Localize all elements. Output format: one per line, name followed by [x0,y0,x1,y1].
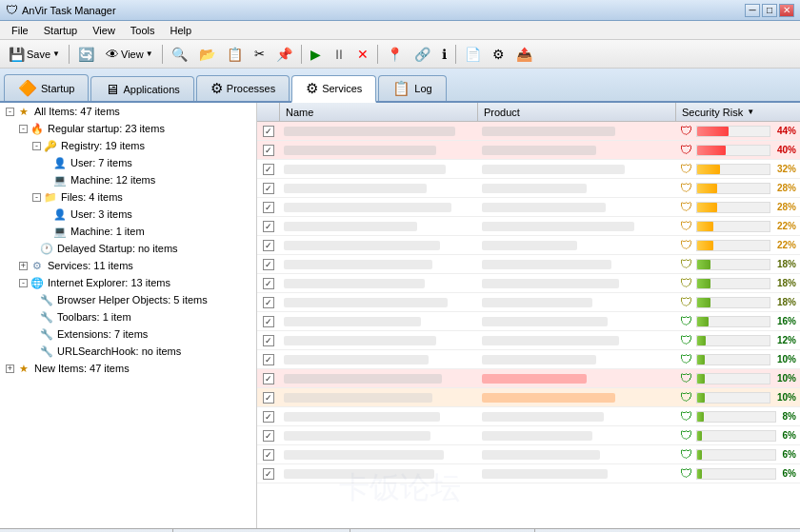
checkbox[interactable] [263,392,274,404]
expand-regular-icon[interactable]: - [19,125,28,133]
checkbox[interactable] [263,259,274,270]
checkbox[interactable] [263,335,274,346]
view-label: View [121,49,144,60]
checkbox[interactable] [263,126,274,137]
checkbox[interactable] [263,373,274,384]
sidebar-item-services[interactable]: + ⚙ Services: 11 items [0,257,256,274]
sidebar-item-ie[interactable]: - 🌐 Internet Explorer: 13 items [0,274,256,291]
list-row[interactable]: 🛡 16% [257,312,800,331]
enable-button[interactable]: ▶ [306,43,326,66]
tab-startup[interactable]: 🔶 Startup [4,74,89,101]
sidebar-item-registry[interactable]: - 🔑 Registry: 19 items [0,137,256,154]
checkbox[interactable] [263,468,274,480]
list-row[interactable]: 🛡 22% [257,217,800,236]
list-row[interactable]: 🛡 8% [257,407,800,426]
checkbox[interactable] [263,449,274,461]
menu-startup[interactable]: Startup [36,23,85,38]
list-row[interactable]: 🛡 28% [257,179,800,198]
sidebar-item-all[interactable]: - ★ All Items: 47 items [0,103,256,120]
list-row[interactable]: 🛡 6% [257,464,800,483]
col-header-product[interactable]: Product [478,103,676,121]
tab-applications[interactable]: 🖥 Applications [90,76,193,101]
sidebar-item-user-7[interactable]: 👤 User: 7 items [0,154,256,171]
checkbox[interactable] [263,278,274,289]
refresh-button[interactable]: 🔄 [73,43,99,66]
checkbox[interactable] [263,221,274,232]
checkbox[interactable] [263,145,274,156]
list-row[interactable]: 🛡 10% [257,388,800,407]
copy-button[interactable]: 📋 [222,43,248,66]
list-row[interactable]: 🛡 10% [257,369,800,388]
tab-processes[interactable]: ⚙ Processes [196,75,290,101]
sidebar-item-toolbars[interactable]: 🔧 Toolbars: 1 item [0,308,256,325]
sidebar-item-delayed-startup[interactable]: 🕐 Delayed Startup: no items [0,240,256,257]
settings-button[interactable]: ⚙ [488,43,510,66]
sidebar-item-extensions[interactable]: 🔧 Extensions: 7 items [0,325,256,343]
list-row[interactable]: 🛡 6% [257,426,800,445]
checkbox[interactable] [263,183,274,194]
search-button[interactable]: 🔍 [167,43,192,66]
sidebar-item-files[interactable]: - 📁 Files: 4 items [0,188,256,206]
checkbox[interactable] [263,202,274,213]
list-row[interactable]: 🛡 22% [257,236,800,255]
checkbox[interactable] [263,164,274,175]
cut-icon: ✂ [254,47,265,61]
checkbox[interactable] [263,430,274,442]
maximize-button[interactable]: □ [762,4,777,17]
tab-log[interactable]: 📋 Log [378,75,446,101]
sidebar-item-user-3[interactable]: 👤 User: 3 items [0,206,256,223]
list-row[interactable]: 🛡 10% [257,350,800,369]
cut-button[interactable]: ✂ [250,43,270,66]
view-button[interactable]: 👁 View ▼ [101,43,158,66]
expand-registry-icon[interactable]: - [32,142,41,150]
sidebar-item-regular-startup[interactable]: - 🔥 Regular startup: 23 items [0,120,256,137]
properties-button[interactable]: 📄 [460,43,486,66]
expand-new-icon[interactable]: + [6,365,14,373]
sidebar-item-new[interactable]: + ★ New Items: 47 items [0,360,256,377]
export-button[interactable]: 📤 [511,43,537,66]
open-button[interactable]: 📂 [194,43,220,66]
machine-1-label: Machine: 1 item [70,226,145,237]
menu-file[interactable]: File [4,23,36,38]
list-row[interactable]: 🛡 18% [257,293,800,312]
expand-ie-icon[interactable]: - [19,279,28,287]
minimize-button[interactable]: ─ [745,4,760,17]
list-row[interactable]: 🛡 40% [257,141,800,160]
menu-help[interactable]: Help [163,23,200,38]
menu-tools[interactable]: Tools [123,23,163,38]
list-row[interactable]: 🛡 12% [257,331,800,350]
sidebar-item-bho[interactable]: 🔧 Browser Helper Objects: 5 items [0,291,256,308]
cell-security: 🛡 6% [676,464,800,483]
list-row[interactable]: 🛡 28% [257,198,800,217]
list-row[interactable]: 🛡 32% [257,160,800,179]
disable-button[interactable]: ⏸ [328,43,350,66]
pin-button[interactable]: 📍 [382,43,408,66]
link-button[interactable]: 🔗 [410,43,435,66]
checkbox[interactable] [263,316,274,327]
checkbox[interactable] [263,354,274,365]
list-row[interactable]: 🛡 18% [257,255,800,274]
expand-files-icon[interactable]: - [32,193,41,202]
tab-services[interactable]: ⚙ Services [291,75,376,103]
shield-icon: 🛡 [680,162,692,176]
sidebar-item-urlsearchhook[interactable]: 🔧 URLSearchHook: no items [0,343,256,360]
list-row[interactable]: 🛡 44% [257,122,800,141]
delete-button[interactable]: ✕ [352,43,373,66]
checkbox[interactable] [263,297,274,308]
checkbox[interactable] [263,240,274,251]
menu-view[interactable]: View [85,23,123,38]
checkbox[interactable] [263,411,274,423]
list-row[interactable]: 🛡 18% [257,274,800,293]
close-button[interactable]: ✕ [779,4,794,17]
ie-label: Internet Explorer: 13 items [48,277,170,288]
expand-all-icon[interactable]: - [6,108,14,116]
col-header-security[interactable]: Security Risk ▼ [676,103,800,121]
save-button[interactable]: 💾 Save ▼ [4,43,65,66]
col-header-name[interactable]: Name [280,103,478,121]
list-row[interactable]: 🛡 6% [257,445,800,464]
paste-button[interactable]: 📌 [271,43,297,66]
info-button[interactable]: ℹ [437,43,451,66]
sidebar-item-machine-12[interactable]: 💻 Machine: 12 items [0,171,256,188]
expand-services-icon[interactable]: + [19,262,28,270]
sidebar-item-machine-1[interactable]: 💻 Machine: 1 item [0,223,256,240]
